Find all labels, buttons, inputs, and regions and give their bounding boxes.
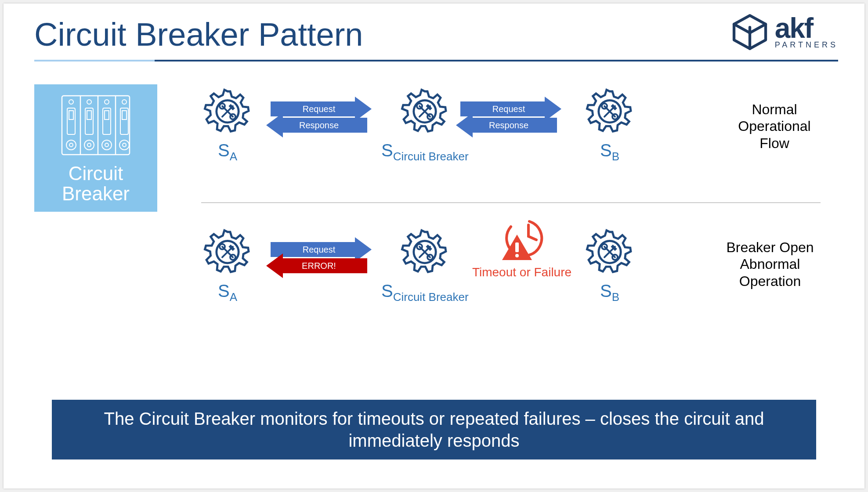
timeout-failure-icon [498, 219, 546, 263]
cube-icon [730, 12, 770, 52]
gear-icon [583, 86, 636, 139]
service-a-node: SA [201, 227, 254, 304]
request-arrow: Request [460, 101, 557, 116]
service-b-node: SB [583, 227, 636, 304]
svg-rect-11 [85, 108, 93, 134]
row-divider [201, 203, 821, 203]
timeout-label: Timeout or Failure [472, 265, 571, 279]
error-arrow: ERROR! [271, 258, 367, 273]
abnormal-flow-row: SA Request ERROR! SCircuit Breaker [175, 213, 838, 336]
sidebar-label: CircuitBreaker [62, 163, 130, 204]
response-arrow: Response [460, 118, 557, 133]
svg-rect-28 [515, 242, 519, 252]
service-a-label: SA [218, 281, 237, 304]
normal-caption: NormalOperationalFlow [724, 101, 825, 152]
slide: Circuit Breaker Pattern akf PARTNERS [4, 4, 864, 488]
request-arrow: Request [271, 242, 367, 257]
svg-point-22 [69, 143, 73, 147]
service-b-label: SB [600, 141, 619, 163]
gear-icon [201, 227, 254, 279]
slide-title: Circuit Breaker Pattern [34, 16, 363, 53]
svg-rect-15 [87, 111, 91, 119]
svg-point-18 [66, 140, 76, 150]
svg-point-8 [105, 100, 109, 104]
svg-point-19 [84, 140, 94, 150]
svg-rect-16 [105, 111, 109, 119]
service-b-node: SB [583, 86, 636, 163]
response-arrow: Response [271, 118, 367, 133]
circuit-breaker-label: SCircuit Breaker [381, 141, 469, 163]
svg-point-23 [87, 143, 91, 147]
header-divider [34, 60, 838, 62]
svg-point-9 [122, 100, 127, 104]
brand-name: akf [775, 16, 813, 41]
gear-icon [398, 86, 451, 139]
request-arrow: Request [271, 101, 367, 116]
circuit-breaker-node: SCircuit Breaker [381, 86, 469, 163]
service-b-label: SB [600, 281, 619, 304]
gear-icon [201, 86, 254, 139]
svg-rect-17 [122, 111, 127, 119]
service-a-label: SA [218, 141, 237, 163]
footer-summary: The Circuit Breaker monitors for timeout… [52, 400, 816, 459]
gear-icon [583, 227, 636, 279]
diagram-area: SA Request Response SCircuit Breaker Req… [175, 82, 838, 376]
svg-point-6 [69, 100, 73, 104]
normal-flow-row: SA Request Response SCircuit Breaker Req… [175, 82, 838, 196]
circuit-breaker-node: SCircuit Breaker [381, 227, 469, 304]
svg-point-21 [119, 140, 129, 150]
svg-rect-14 [69, 111, 73, 119]
svg-rect-13 [120, 108, 128, 134]
svg-point-20 [102, 140, 112, 150]
brand-logo: akf PARTNERS [730, 12, 838, 52]
gear-icon [398, 227, 451, 279]
timeout-block: Timeout or Failure [465, 219, 579, 279]
brand-subtitle: PARTNERS [775, 41, 838, 48]
svg-point-25 [123, 143, 126, 147]
arrow-pair-1: Request Response [271, 100, 367, 134]
svg-point-7 [87, 100, 91, 104]
sidebar-card: CircuitBreaker [34, 84, 157, 212]
arrow-pair-error: Request ERROR! [271, 241, 367, 275]
svg-point-24 [105, 143, 108, 147]
svg-rect-12 [103, 108, 111, 134]
circuit-breaker-icon [58, 92, 133, 158]
svg-line-27 [528, 236, 536, 240]
abnormal-caption: Breaker OpenAbnormalOperation [715, 239, 825, 289]
circuit-breaker-label: SCircuit Breaker [381, 281, 469, 304]
arrow-pair-2: Request Response [460, 100, 557, 134]
service-a-node: SA [201, 86, 254, 163]
svg-rect-10 [67, 108, 75, 134]
svg-point-29 [515, 254, 519, 257]
